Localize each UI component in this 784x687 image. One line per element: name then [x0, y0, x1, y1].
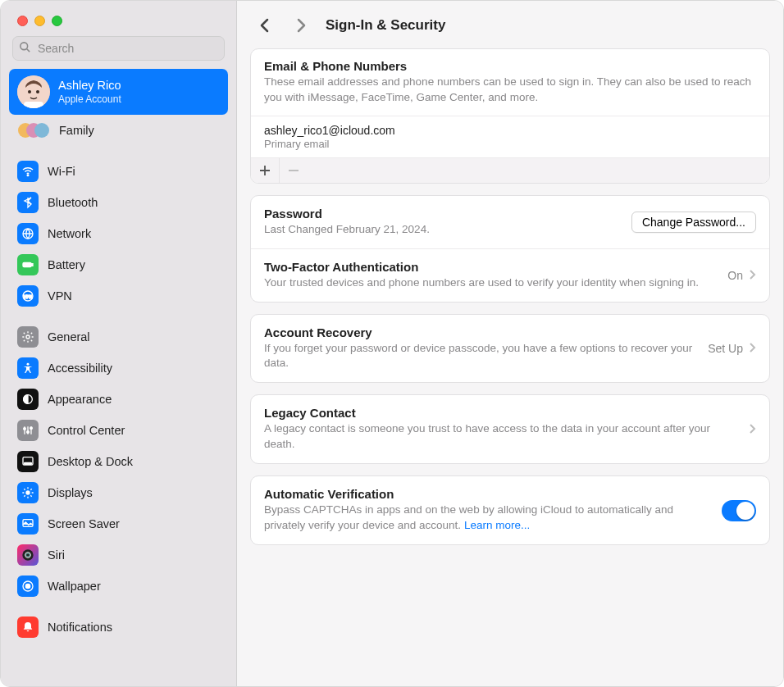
email-add-remove-bar	[251, 157, 769, 183]
sidebar-item-label: Desktop & Dock	[48, 455, 133, 468]
sidebar-item-battery[interactable]: Battery	[9, 249, 228, 280]
page-title: Sign-In & Security	[326, 17, 445, 34]
password-desc: Last Changed February 21, 2024.	[264, 222, 622, 238]
sidebar-item-bluetooth[interactable]: Bluetooth	[9, 187, 228, 218]
sidebar-item-screen-saver[interactable]: Screen Saver	[9, 508, 228, 539]
sidebar-item-label: Notifications	[48, 621, 112, 634]
sidebar-item-apple-account[interactable]: Ashley Rico Apple Account	[9, 69, 228, 115]
sidebar-item-control-center[interactable]: Control Center	[9, 415, 228, 446]
sidebar-item-label: Siri	[48, 548, 65, 562]
sidebar-item-general[interactable]: General	[9, 321, 228, 353]
sidebar-item-label: Wi-Fi	[48, 165, 75, 178]
legacy-row[interactable]: Legacy Contact A legacy contact is someo…	[251, 395, 769, 463]
recovery-desc: If you forget your password or device pa…	[264, 341, 698, 372]
bluetooth-icon	[17, 192, 39, 213]
sidebar-item-label: Displays	[48, 486, 93, 499]
avatar	[17, 75, 50, 108]
sidebar-item-network[interactable]: Network	[9, 218, 228, 249]
sidebar-item-label: Battery	[48, 258, 85, 271]
sidebar-item-label: VPN	[48, 289, 72, 303]
sidebar-item-wi-fi[interactable]: Wi-Fi	[9, 156, 228, 187]
sidebar-item-label: Appearance	[48, 393, 112, 406]
email-address: ashley_rico1@icloud.com	[264, 124, 756, 137]
sidebar-item-displays[interactable]: Displays	[9, 477, 228, 508]
svg-point-16	[27, 363, 30, 366]
sidebar-item-siri[interactable]: Siri	[9, 539, 228, 571]
svg-point-28	[22, 549, 33, 560]
email-type: Primary email	[264, 138, 756, 150]
auto-verify-title: Automatic Verification	[264, 487, 712, 501]
sidebar-item-vpn[interactable]: VPNVPN	[9, 280, 228, 312]
sidebar-item-label: General	[48, 330, 90, 344]
minimize-window-button[interactable]	[34, 16, 45, 26]
auto-verify-row: Automatic Verification Bypass CAPTCHAs i…	[251, 476, 769, 544]
add-email-button[interactable]	[251, 158, 279, 183]
family-icon	[17, 120, 50, 141]
svg-rect-12	[32, 264, 33, 266]
email-section-title: Email & Phone Numbers	[264, 59, 756, 73]
svg-point-9	[27, 175, 29, 176]
sidebar-item-label: Screen Saver	[48, 517, 120, 530]
user-name: Ashley Rico	[58, 78, 121, 93]
sidebar-item-label: Wallpaper	[48, 580, 101, 593]
auto-verify-desc: Bypass CAPTCHAs in apps and on the web b…	[264, 503, 712, 534]
learn-more-link[interactable]: Learn more...	[464, 519, 530, 531]
control-icon	[17, 420, 39, 441]
dock-icon	[17, 451, 39, 472]
svg-rect-5	[24, 102, 43, 108]
svg-rect-25	[24, 462, 31, 464]
auto-verify-card: Automatic Verification Bypass CAPTCHAs i…	[250, 475, 770, 545]
main-panel: Sign-In & Security Email & Phone Numbers…	[237, 1, 783, 686]
svg-rect-11	[23, 262, 31, 266]
displays-icon	[17, 482, 39, 503]
svg-point-26	[25, 490, 30, 494]
wifi-icon	[17, 161, 39, 182]
svg-point-0	[21, 43, 28, 50]
sidebar-item-label: Control Center	[48, 424, 125, 437]
svg-point-31	[25, 584, 30, 588]
legacy-desc: A legacy contact is someone you trust to…	[264, 421, 736, 453]
user-subtitle: Apple Account	[58, 93, 121, 105]
sidebar: Ashley Rico Apple Account Family Wi-FiBl…	[1, 1, 237, 686]
siri-icon	[17, 544, 39, 566]
svg-line-1	[27, 49, 30, 52]
sidebar-item-label: Bluetooth	[48, 196, 98, 209]
window-controls	[1, 1, 236, 36]
recovery-row[interactable]: Account Recovery If you forget your pass…	[251, 315, 769, 383]
svg-point-15	[26, 335, 30, 339]
accessibility-icon	[17, 357, 39, 379]
email-entry[interactable]: ashley_rico1@icloud.comPrimary email	[251, 116, 769, 157]
sidebar-item-notifications[interactable]: Notifications	[9, 612, 228, 643]
svg-point-3	[28, 90, 31, 93]
password-2fa-card: Password Last Changed February 21, 2024.…	[250, 195, 770, 303]
change-password-button[interactable]: Change Password...	[631, 212, 756, 233]
forward-button[interactable]	[289, 14, 312, 37]
vpn-icon: VPN	[17, 285, 39, 307]
appearance-icon	[17, 389, 39, 410]
bell-icon	[17, 616, 39, 638]
sidebar-item-wallpaper[interactable]: Wallpaper	[9, 571, 228, 602]
search-input[interactable]	[12, 36, 225, 61]
twofa-row[interactable]: Two-Factor Authentication Your trusted d…	[251, 248, 769, 302]
search-icon	[19, 41, 31, 56]
sidebar-item-desktop-dock[interactable]: Desktop & Dock	[9, 446, 228, 477]
sidebar-item-appearance[interactable]: Appearance	[9, 384, 228, 415]
sidebar-item-label: Accessibility	[48, 362, 112, 375]
email-phone-card: Email & Phone Numbers These email addres…	[250, 48, 770, 184]
wallpaper-icon	[17, 576, 39, 597]
sidebar-item-label: Network	[48, 227, 91, 240]
chevron-right-icon	[750, 342, 756, 355]
twofa-title: Two-Factor Authentication	[264, 260, 718, 274]
back-button[interactable]	[253, 14, 276, 37]
sidebar-item-family[interactable]: Family	[9, 115, 228, 146]
auto-verify-toggle[interactable]	[722, 500, 756, 521]
remove-email-button[interactable]	[279, 158, 307, 183]
svg-point-21	[24, 428, 26, 430]
close-window-button[interactable]	[17, 16, 28, 26]
recovery-card: Account Recovery If you forget your pass…	[250, 314, 770, 384]
recovery-title: Account Recovery	[264, 325, 698, 339]
svg-point-23	[30, 427, 33, 430]
sidebar-item-accessibility[interactable]: Accessibility	[9, 353, 228, 384]
svg-point-4	[36, 90, 39, 93]
fullscreen-window-button[interactable]	[52, 16, 62, 26]
